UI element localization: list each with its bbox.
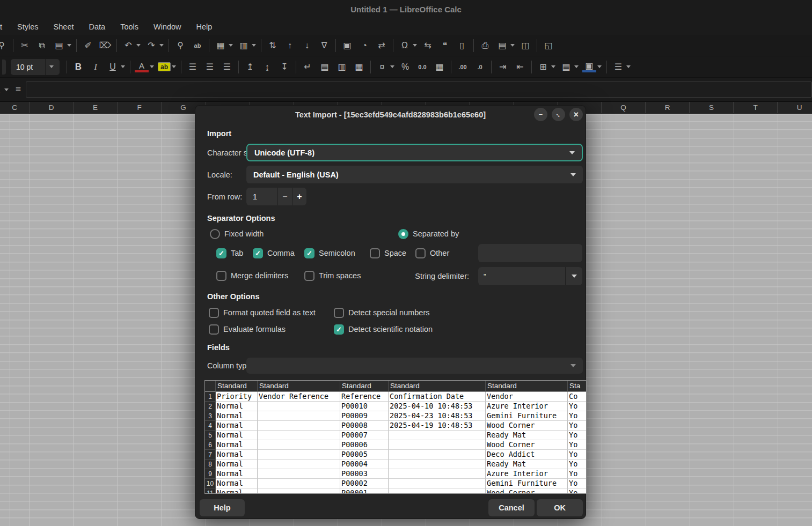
insert-chart-icon[interactable]: ◔ — [357, 39, 371, 52]
column-header-c[interactable]: C — [0, 102, 30, 114]
insert-column-icon[interactable]: ▥ — [237, 39, 251, 52]
conditional-formatting-icon[interactable]: ☰ — [611, 61, 625, 73]
sort-icon[interactable]: ⇅ — [266, 39, 280, 52]
undo-icon[interactable]: ↶ — [121, 39, 135, 52]
column-header-s[interactable]: S — [690, 102, 734, 114]
comment-icon[interactable]: ❝ — [438, 39, 452, 52]
borders-icon[interactable]: ⊞ — [536, 61, 550, 73]
clear-formatting-icon[interactable]: ⌦ — [98, 39, 112, 52]
preview-column-type[interactable]: Standard — [258, 381, 340, 392]
menu-item-styles[interactable]: Styles — [10, 23, 46, 31]
bold-icon[interactable]: B — [71, 61, 85, 73]
menu-item-format-clipped[interactable]: at — [0, 23, 10, 31]
formula-input[interactable] — [26, 82, 812, 98]
align-left-icon[interactable]: ☰ — [186, 61, 200, 73]
copy-icon[interactable]: ⧉ — [35, 39, 49, 52]
merge-center-icon[interactable]: ▤ — [318, 61, 332, 73]
help-button[interactable]: Help — [200, 499, 245, 516]
align-center-icon[interactable]: ☰ — [203, 61, 217, 73]
paste-icon[interactable]: ▤ — [52, 39, 66, 52]
add-decimal-icon[interactable]: .00 — [456, 61, 470, 73]
headers-footers-icon[interactable]: ⎙ — [478, 39, 492, 52]
insert-column-icon-caret[interactable] — [252, 44, 256, 47]
freeze-panes-icon[interactable]: ◫ — [518, 39, 532, 52]
align-bottom-icon[interactable]: ↧ — [277, 61, 291, 73]
print-area-icon[interactable]: ▤ — [495, 39, 509, 52]
align-right-icon[interactable]: ☰ — [220, 61, 234, 73]
other-checkbox[interactable]: Other — [415, 247, 449, 259]
redo-icon[interactable]: ↷ — [144, 39, 158, 52]
increase-indent-icon[interactable]: ⇥ — [496, 61, 510, 73]
menu-item-tools[interactable]: Tools — [113, 23, 146, 31]
clipped-left-icon[interactable]: ⚲ — [0, 39, 9, 52]
semicolon-checkbox[interactable]: Semicolon — [304, 247, 355, 259]
find-replace-icon[interactable]: ⚲ — [173, 39, 187, 52]
formula-equals-icon[interactable]: = — [16, 84, 21, 95]
special-character-icon[interactable]: Ω — [398, 39, 412, 52]
comma-checkbox[interactable]: Comma — [253, 247, 295, 259]
preview-column-type[interactable]: Standard — [340, 381, 389, 392]
cut-icon[interactable]: ✂ — [18, 39, 32, 52]
border-color-icon-caret[interactable] — [597, 65, 602, 68]
name-box-caret-icon[interactable] — [4, 88, 9, 91]
detect-scientific-notation-checkbox[interactable]: Detect scientific notation — [334, 323, 433, 335]
percent-format-icon[interactable]: % — [398, 61, 412, 73]
center-vertically-icon[interactable]: ↨ — [260, 61, 274, 73]
evaluate-formulas-checkbox[interactable]: Evaluate formulas — [209, 323, 286, 335]
preview-column-type[interactable]: Standard — [216, 381, 258, 392]
preview-table[interactable]: StandardStandardStandardStandardStandard… — [204, 380, 587, 494]
column-type-select[interactable] — [246, 358, 583, 374]
from-row-decrement-button[interactable]: − — [277, 188, 292, 205]
sort-descending-icon[interactable]: ↓ — [300, 39, 314, 52]
clone-formatting-icon[interactable]: ✐ — [81, 39, 95, 52]
insert-row-icon[interactable]: ▦ — [214, 39, 228, 52]
sort-ascending-icon[interactable]: ↑ — [283, 39, 297, 52]
decrease-indent-icon[interactable]: ⇤ — [513, 61, 527, 73]
preview-column-type[interactable]: Standard — [389, 381, 486, 392]
currency-format-icon-caret[interactable] — [390, 65, 394, 68]
cancel-button[interactable]: Cancel — [488, 499, 535, 516]
border-color-icon[interactable]: ▣ — [582, 62, 596, 72]
close-button[interactable]: × — [569, 108, 583, 121]
fixed-width-radio[interactable]: Fixed width — [210, 228, 264, 240]
date-format-icon[interactable]: ▦ — [433, 61, 447, 73]
string-delimiter-caret[interactable] — [565, 267, 582, 285]
highlight-color-icon[interactable]: ab — [158, 62, 171, 71]
underline-icon-caret[interactable] — [121, 65, 125, 68]
trim-spaces-checkbox[interactable]: Trim spaces — [304, 270, 361, 281]
border-style-icon[interactable]: ▤ — [559, 61, 573, 73]
special-character-icon-caret[interactable] — [413, 44, 417, 47]
split-window-icon[interactable]: ◱ — [542, 39, 555, 52]
show-draw-functions-icon[interactable]: ▯ — [455, 39, 469, 52]
delete-decimal-icon[interactable]: .0 — [473, 61, 487, 73]
underline-icon[interactable]: U — [106, 61, 120, 73]
menu-item-sheet[interactable]: Sheet — [46, 23, 82, 31]
merge-delimiters-checkbox[interactable]: Merge delimiters — [216, 270, 288, 281]
preview-column-type[interactable]: Sta — [568, 381, 587, 392]
column-header-r[interactable]: R — [646, 102, 690, 114]
column-header-d[interactable]: D — [30, 102, 74, 114]
column-header-q[interactable]: Q — [602, 102, 646, 114]
unmerge-cells-icon[interactable]: ▦ — [352, 61, 366, 73]
wrap-text-icon[interactable]: ↵ — [301, 61, 314, 73]
paste-icon-caret[interactable] — [67, 44, 71, 47]
locale-select[interactable]: Default - English (USA) — [246, 166, 583, 183]
conditional-formatting-icon-caret[interactable] — [626, 65, 631, 68]
menu-item-help[interactable]: Help — [189, 23, 220, 31]
font-color-icon-caret[interactable] — [150, 65, 154, 68]
pivot-table-icon[interactable]: ⇄ — [375, 39, 389, 52]
column-header-e[interactable]: E — [74, 102, 118, 114]
preview-column-type[interactable]: Standard — [486, 381, 568, 392]
italic-icon[interactable]: I — [89, 61, 103, 73]
string-delimiter-combo[interactable]: " — [478, 267, 582, 285]
from-row-increment-button[interactable]: + — [292, 188, 306, 205]
font-size-caret[interactable] — [45, 59, 60, 75]
insert-image-icon[interactable]: ▣ — [340, 39, 354, 52]
currency-format-icon[interactable]: ¤ — [375, 61, 389, 73]
font-size-combo[interactable]: 10 pt — [11, 59, 45, 75]
ok-button[interactable]: OK — [537, 499, 583, 516]
character-set-select[interactable]: Unicode (UTF-8) — [246, 144, 583, 161]
tab-checkbox[interactable]: Tab — [216, 247, 243, 259]
column-header-t[interactable]: T — [734, 102, 778, 114]
insert-row-icon-caret[interactable] — [229, 44, 233, 47]
